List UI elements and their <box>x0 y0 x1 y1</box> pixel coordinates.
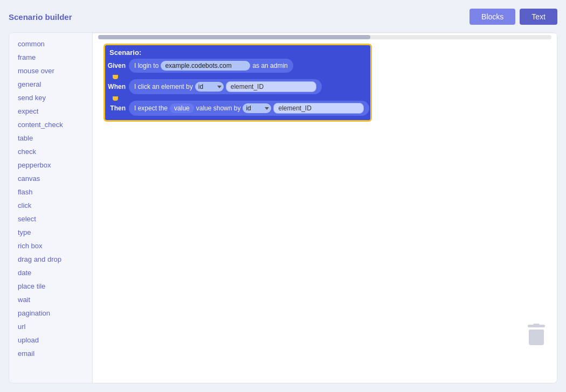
sidebar: commonframemouse overgeneralsend keyexpe… <box>9 33 93 383</box>
when-connector <box>113 96 118 101</box>
given-block: I login to as an admin <box>129 59 293 73</box>
sidebar-item-click[interactable]: click <box>9 199 92 212</box>
given-keyword: Given <box>107 62 129 69</box>
page-title: Scenario builder <box>9 12 72 22</box>
sidebar-item-url[interactable]: url <box>9 320 92 333</box>
horizontal-scrollbar-track[interactable] <box>98 35 551 39</box>
header: Scenario builder Blocks Text <box>9 9 557 25</box>
trash-lid <box>528 325 545 327</box>
then-value-tag: value <box>170 103 194 113</box>
trash-body <box>529 330 544 345</box>
when-select[interactable]: id class name xpath <box>195 82 224 92</box>
sidebar-item-canvas[interactable]: canvas <box>9 172 92 185</box>
text-button[interactable]: Text <box>520 9 557 25</box>
sidebar-item-content-check[interactable]: content_check <box>9 118 92 131</box>
then-element-input[interactable] <box>273 103 364 114</box>
sidebar-item-type[interactable]: type <box>9 226 92 239</box>
given-connector <box>113 75 118 79</box>
sidebar-item-mouse-over[interactable]: mouse over <box>9 64 92 78</box>
when-row: When I click an element by id class name… <box>107 79 369 94</box>
then-select[interactable]: id class name xpath <box>243 103 271 113</box>
given-text2: as an admin <box>252 62 287 69</box>
then-text2: value shown by <box>196 104 241 112</box>
given-row: Given I login to as an admin <box>107 59 369 73</box>
sidebar-item-pagination[interactable]: pagination <box>9 306 92 320</box>
sidebar-item-rich-box[interactable]: rich box <box>9 239 92 253</box>
app-container: Scenario builder Blocks Text commonframe… <box>0 0 566 392</box>
horizontal-scrollbar-thumb[interactable] <box>98 35 370 39</box>
sidebar-item-wait[interactable]: wait <box>9 293 92 306</box>
header-buttons: Blocks Text <box>470 9 557 25</box>
scenario-label: Scenario: <box>107 47 369 59</box>
then-block: I expect the value value shown by id cla… <box>129 101 369 116</box>
sidebar-item-send-key[interactable]: send key <box>9 91 92 104</box>
sidebar-item-upload[interactable]: upload <box>9 333 92 347</box>
then-keyword: Then <box>107 104 129 112</box>
scenario-block: Scenario: Given I login to as an admin <box>103 44 372 122</box>
canvas-inner: Scenario: Given I login to as an admin <box>93 33 557 356</box>
when-text1: I click an element by <box>134 83 193 90</box>
when-block: I click an element by id class name xpat… <box>129 79 322 94</box>
sidebar-item-date[interactable]: date <box>9 266 92 279</box>
main-content: commonframemouse overgeneralsend keyexpe… <box>9 32 557 383</box>
sidebar-item-drag-and-drop[interactable]: drag and drop <box>9 253 92 266</box>
trash-button[interactable] <box>527 324 546 345</box>
sidebar-item-email[interactable]: email <box>9 347 92 360</box>
when-keyword: When <box>107 83 129 90</box>
sidebar-item-pepperbox[interactable]: pepperbox <box>9 158 92 172</box>
sidebar-item-flash[interactable]: flash <box>9 185 92 199</box>
canvas-area: Scenario: Given I login to as an admin <box>93 33 557 383</box>
then-text1: I expect the <box>134 104 168 112</box>
sidebar-item-table[interactable]: table <box>9 131 92 145</box>
sidebar-item-frame[interactable]: frame <box>9 51 92 64</box>
then-row: Then I expect the value value shown by i… <box>107 101 369 116</box>
when-element-input[interactable] <box>226 81 316 92</box>
given-text1: I login to <box>134 62 158 69</box>
sidebar-item-check[interactable]: check <box>9 145 92 158</box>
canvas-scroll[interactable]: Scenario: Given I login to as an admin <box>93 33 557 383</box>
given-url-input[interactable] <box>161 61 250 71</box>
sidebar-item-expect[interactable]: expect <box>9 104 92 118</box>
sidebar-item-select[interactable]: select <box>9 212 92 226</box>
blocks-button[interactable]: Blocks <box>470 9 515 25</box>
sidebar-item-common[interactable]: common <box>9 37 92 51</box>
sidebar-item-general[interactable]: general <box>9 78 92 91</box>
sidebar-item-place-tile[interactable]: place tile <box>9 279 92 293</box>
